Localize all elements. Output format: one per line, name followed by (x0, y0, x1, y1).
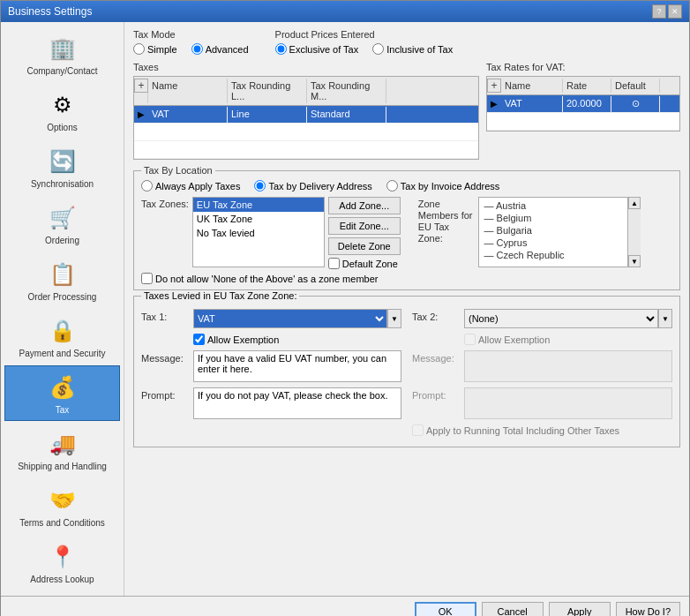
exclusive-label: Exclusive of Tax (289, 44, 359, 55)
taxes-table: + Name Tax Rounding L... Tax Rounding M.… (133, 76, 479, 160)
cancel-button[interactable]: Cancel (482, 602, 544, 616)
exclusive-radio[interactable]: Exclusive of Tax (275, 43, 359, 55)
vat-empty-row-1 (487, 113, 679, 131)
invoice-label: Tax by Invoice Address (401, 181, 500, 192)
sidebar-icon-tax: 💰 (45, 372, 80, 403)
zone-buttons: Add Zone... Edit Zone... Delete Zone Def… (328, 197, 401, 269)
do-not-allow-checkbox[interactable]: Do not allow 'None of the Above' as a zo… (141, 273, 672, 284)
taxes-empty-row-1 (134, 124, 478, 141)
taxes-vat-rounding-m: Standard (307, 107, 386, 123)
bottom-bar: OK Cancel Apply How Do I? (1, 596, 689, 616)
sidebar-item-shipping[interactable]: 🚚 Shipping and Handling (4, 422, 120, 477)
simple-radio[interactable]: Simple (133, 43, 177, 55)
tax1-label: Tax 1: (141, 309, 190, 322)
product-prices-label: Product Prices Entered (275, 29, 454, 40)
delivery-radio-input[interactable] (254, 180, 266, 192)
zone-members-list: — Austria — Belgium — Bulgaria — Cyprus … (478, 197, 628, 267)
vat-default-header: Default (611, 79, 660, 93)
tax1-column: Tax 1: VAT (None) ▼ (141, 309, 401, 441)
default-zone-checkbox[interactable]: Default Zone (328, 258, 401, 269)
sidebar-icon-address: 📍 (45, 541, 80, 573)
sidebar-label-options: Options (47, 123, 77, 132)
tax2-label: Tax 2: (412, 309, 461, 322)
invoice-radio[interactable]: Tax by Invoice Address (386, 180, 500, 192)
sidebar-icon-synchronisation: 🔄 (45, 146, 80, 177)
do-not-allow-input[interactable] (141, 273, 153, 284)
allow-exemption-input[interactable] (193, 334, 205, 345)
tax1-select[interactable]: VAT (None) (193, 309, 387, 328)
sidebar-label-tax: Tax (56, 405, 70, 415)
inclusive-radio-input[interactable] (372, 43, 384, 55)
exclusive-radio-input[interactable] (275, 43, 287, 55)
sidebar-icon-payment: 🔒 (45, 315, 80, 347)
tax-by-location-section: Tax By Location Always Apply Taxes Tax b… (133, 170, 680, 290)
inclusive-radio[interactable]: Inclusive of Tax (372, 43, 453, 55)
always-apply-radio-input[interactable] (141, 180, 153, 192)
sidebar-icon-terms: 🤝 (45, 485, 80, 516)
tax-zone-list[interactable]: EU Tax Zone UK Tax Zone No Tax levied (192, 197, 325, 267)
sidebar-item-payment[interactable]: 🔒 Payment and Security (4, 309, 120, 364)
taxes-name-header: Name (148, 79, 228, 103)
prompt1-label: Prompt: (141, 387, 190, 401)
allow-exemption-label: Allow Exemption (207, 334, 279, 345)
sidebar-label-payment: Payment and Security (19, 349, 106, 358)
taxes-table-header: + Name Tax Rounding L... Tax Rounding M.… (134, 77, 478, 106)
prompt1-textarea[interactable]: If you do not pay VAT, please check the … (193, 387, 401, 419)
vat-add-button[interactable]: + (487, 79, 501, 93)
apply-button[interactable]: Apply (549, 602, 611, 616)
apply-running-total-checkbox: Apply to Running Total Including Other T… (412, 424, 619, 436)
sidebar-icon-company: 🏢 (45, 33, 80, 64)
zone-no-tax[interactable]: No Tax levied (193, 226, 324, 240)
tax1-dropdown-arrow[interactable]: ▼ (387, 309, 401, 328)
window-title: Business Settings (8, 5, 92, 18)
help-button[interactable]: ? (652, 4, 666, 19)
sidebar-icon-order-processing: 📋 (45, 259, 80, 290)
sidebar-item-tax[interactable]: 💰 Tax (4, 365, 120, 421)
advanced-radio-input[interactable] (191, 43, 203, 55)
taxes-row-vat[interactable]: ▶ VAT Line Standard (134, 106, 478, 124)
sidebar-item-options[interactable]: ⚙ Options (4, 83, 120, 139)
scroll-down-arrow[interactable]: ▼ (628, 255, 641, 267)
allow-exemption-checkbox[interactable]: Allow Exemption (193, 334, 279, 345)
always-apply-radio[interactable]: Always Apply Taxes (141, 180, 240, 192)
vat-name-header: Name (501, 79, 563, 93)
sidebar-item-ordering[interactable]: 🛒 Ordering (4, 196, 120, 252)
ok-button[interactable]: OK (415, 602, 476, 616)
invoice-radio-input[interactable] (386, 180, 398, 192)
edit-zone-button[interactable]: Edit Zone... (328, 217, 401, 235)
advanced-radio[interactable]: Advanced (191, 43, 249, 55)
tax-mode-section: Tax Mode Simple Advanced (133, 29, 249, 55)
sidebar-label-terms: Terms and Conditions (19, 518, 105, 528)
delivery-radio[interactable]: Tax by Delivery Address (254, 180, 371, 192)
vat-default-cell: ⊙ (611, 96, 660, 112)
tax2-select[interactable]: (None) VAT (464, 309, 658, 328)
vat-rates-table: + Name Rate Default ▶ VAT 20.0000 ⊙ (486, 76, 680, 131)
advanced-label: Advanced (206, 44, 249, 55)
vat-row-vat[interactable]: ▶ VAT 20.0000 ⊙ (487, 95, 679, 113)
sidebar-icon-options: ⚙ (45, 89, 80, 121)
sidebar-item-address[interactable]: 📍 Address Lookup (4, 535, 120, 590)
taxes-rounding-m-header: Tax Rounding M... (307, 79, 386, 103)
default-zone-input[interactable] (328, 258, 340, 269)
taxes-rounding-l-header: Tax Rounding L... (228, 79, 307, 103)
scroll-up-arrow[interactable]: ▲ (628, 197, 641, 209)
sidebar-item-order-processing[interactable]: 📋 Order Processing (4, 252, 120, 308)
sidebar-item-company[interactable]: 🏢 Company/Contact (4, 26, 120, 82)
taxes-add-button[interactable]: + (134, 79, 148, 93)
add-zone-button[interactable]: Add Zone... (328, 197, 401, 214)
zone-members-label: Zone Members for EU Tax Zone: (418, 197, 473, 244)
tax2-dropdown-arrow[interactable]: ▼ (658, 309, 672, 328)
product-prices-section: Product Prices Entered Exclusive of Tax … (275, 29, 454, 55)
sidebar-item-terms[interactable]: 🤝 Terms and Conditions (4, 478, 120, 534)
message1-label: Message: (141, 350, 190, 364)
prompt2-label: Prompt: (412, 387, 461, 401)
close-button[interactable]: ✕ (668, 4, 682, 19)
taxes-empty-row-2 (134, 141, 478, 159)
message1-textarea[interactable]: If you have a valid EU VAT number, you c… (193, 350, 401, 382)
zone-eu[interactable]: EU Tax Zone (193, 198, 324, 212)
sidebar-item-synchronisation[interactable]: 🔄 Synchronisation (4, 139, 120, 195)
zone-uk[interactable]: UK Tax Zone (193, 212, 324, 226)
delete-zone-button[interactable]: Delete Zone (328, 237, 401, 255)
how-do-i-button[interactable]: How Do I? (616, 602, 680, 616)
simple-radio-input[interactable] (133, 43, 145, 55)
